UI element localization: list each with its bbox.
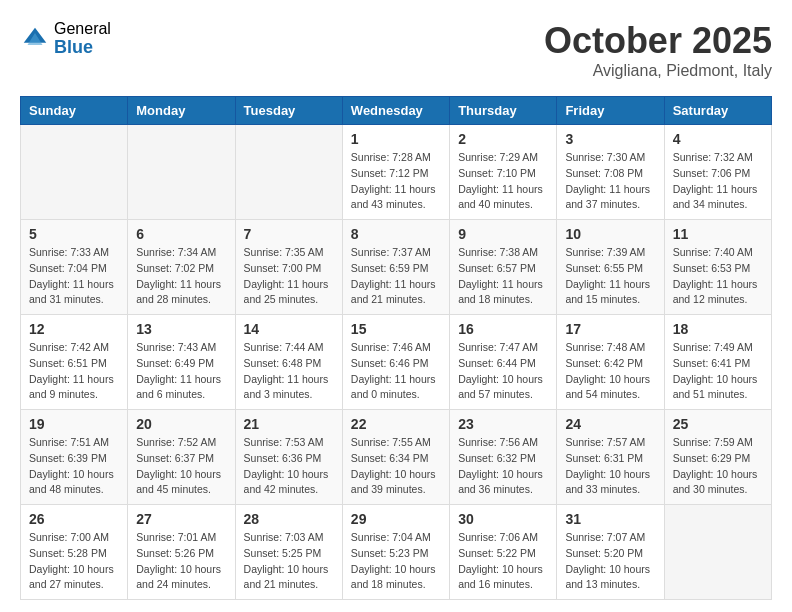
day-info: Sunrise: 7:42 AM Sunset: 6:51 PM Dayligh… xyxy=(29,340,119,403)
calendar-cell: 18Sunrise: 7:49 AM Sunset: 6:41 PM Dayli… xyxy=(664,315,771,410)
day-info: Sunrise: 7:03 AM Sunset: 5:25 PM Dayligh… xyxy=(244,530,334,593)
calendar-week-row: 12Sunrise: 7:42 AM Sunset: 6:51 PM Dayli… xyxy=(21,315,772,410)
weekday-header-thursday: Thursday xyxy=(450,97,557,125)
calendar-cell: 21Sunrise: 7:53 AM Sunset: 6:36 PM Dayli… xyxy=(235,410,342,505)
day-info: Sunrise: 7:52 AM Sunset: 6:37 PM Dayligh… xyxy=(136,435,226,498)
calendar-cell xyxy=(21,125,128,220)
calendar-cell: 23Sunrise: 7:56 AM Sunset: 6:32 PM Dayli… xyxy=(450,410,557,505)
calendar-cell: 19Sunrise: 7:51 AM Sunset: 6:39 PM Dayli… xyxy=(21,410,128,505)
day-number: 23 xyxy=(458,416,548,432)
day-number: 30 xyxy=(458,511,548,527)
day-number: 17 xyxy=(565,321,655,337)
day-info: Sunrise: 7:43 AM Sunset: 6:49 PM Dayligh… xyxy=(136,340,226,403)
day-number: 25 xyxy=(673,416,763,432)
day-info: Sunrise: 7:06 AM Sunset: 5:22 PM Dayligh… xyxy=(458,530,548,593)
calendar-cell: 6Sunrise: 7:34 AM Sunset: 7:02 PM Daylig… xyxy=(128,220,235,315)
title-section: October 2025 Avigliana, Piedmont, Italy xyxy=(544,20,772,80)
day-info: Sunrise: 7:40 AM Sunset: 6:53 PM Dayligh… xyxy=(673,245,763,308)
calendar-cell: 15Sunrise: 7:46 AM Sunset: 6:46 PM Dayli… xyxy=(342,315,449,410)
day-number: 19 xyxy=(29,416,119,432)
weekday-header-monday: Monday xyxy=(128,97,235,125)
day-number: 31 xyxy=(565,511,655,527)
day-number: 6 xyxy=(136,226,226,242)
calendar-cell: 31Sunrise: 7:07 AM Sunset: 5:20 PM Dayli… xyxy=(557,505,664,600)
calendar-cell: 8Sunrise: 7:37 AM Sunset: 6:59 PM Daylig… xyxy=(342,220,449,315)
day-info: Sunrise: 7:07 AM Sunset: 5:20 PM Dayligh… xyxy=(565,530,655,593)
weekday-header-saturday: Saturday xyxy=(664,97,771,125)
day-number: 7 xyxy=(244,226,334,242)
calendar-cell: 4Sunrise: 7:32 AM Sunset: 7:06 PM Daylig… xyxy=(664,125,771,220)
weekday-header-row: SundayMondayTuesdayWednesdayThursdayFrid… xyxy=(21,97,772,125)
day-info: Sunrise: 7:28 AM Sunset: 7:12 PM Dayligh… xyxy=(351,150,441,213)
logo-icon xyxy=(20,24,50,54)
day-number: 26 xyxy=(29,511,119,527)
page-header: General Blue October 2025 Avigliana, Pie… xyxy=(20,20,772,80)
day-number: 14 xyxy=(244,321,334,337)
day-info: Sunrise: 7:29 AM Sunset: 7:10 PM Dayligh… xyxy=(458,150,548,213)
calendar-cell: 30Sunrise: 7:06 AM Sunset: 5:22 PM Dayli… xyxy=(450,505,557,600)
calendar-cell xyxy=(235,125,342,220)
day-info: Sunrise: 7:35 AM Sunset: 7:00 PM Dayligh… xyxy=(244,245,334,308)
day-info: Sunrise: 7:59 AM Sunset: 6:29 PM Dayligh… xyxy=(673,435,763,498)
day-info: Sunrise: 7:44 AM Sunset: 6:48 PM Dayligh… xyxy=(244,340,334,403)
day-info: Sunrise: 7:46 AM Sunset: 6:46 PM Dayligh… xyxy=(351,340,441,403)
calendar-cell: 13Sunrise: 7:43 AM Sunset: 6:49 PM Dayli… xyxy=(128,315,235,410)
day-info: Sunrise: 7:32 AM Sunset: 7:06 PM Dayligh… xyxy=(673,150,763,213)
calendar-cell: 29Sunrise: 7:04 AM Sunset: 5:23 PM Dayli… xyxy=(342,505,449,600)
calendar-cell: 7Sunrise: 7:35 AM Sunset: 7:00 PM Daylig… xyxy=(235,220,342,315)
day-number: 24 xyxy=(565,416,655,432)
day-number: 18 xyxy=(673,321,763,337)
day-info: Sunrise: 7:34 AM Sunset: 7:02 PM Dayligh… xyxy=(136,245,226,308)
logo-text: General Blue xyxy=(54,20,111,57)
calendar-week-row: 26Sunrise: 7:00 AM Sunset: 5:28 PM Dayli… xyxy=(21,505,772,600)
day-info: Sunrise: 7:49 AM Sunset: 6:41 PM Dayligh… xyxy=(673,340,763,403)
calendar-table: SundayMondayTuesdayWednesdayThursdayFrid… xyxy=(20,96,772,600)
day-info: Sunrise: 7:38 AM Sunset: 6:57 PM Dayligh… xyxy=(458,245,548,308)
day-number: 1 xyxy=(351,131,441,147)
calendar-cell: 26Sunrise: 7:00 AM Sunset: 5:28 PM Dayli… xyxy=(21,505,128,600)
calendar-cell: 1Sunrise: 7:28 AM Sunset: 7:12 PM Daylig… xyxy=(342,125,449,220)
day-number: 29 xyxy=(351,511,441,527)
day-info: Sunrise: 7:47 AM Sunset: 6:44 PM Dayligh… xyxy=(458,340,548,403)
day-number: 20 xyxy=(136,416,226,432)
calendar-cell xyxy=(128,125,235,220)
calendar-week-row: 19Sunrise: 7:51 AM Sunset: 6:39 PM Dayli… xyxy=(21,410,772,505)
calendar-cell: 5Sunrise: 7:33 AM Sunset: 7:04 PM Daylig… xyxy=(21,220,128,315)
weekday-header-tuesday: Tuesday xyxy=(235,97,342,125)
day-number: 4 xyxy=(673,131,763,147)
day-info: Sunrise: 7:01 AM Sunset: 5:26 PM Dayligh… xyxy=(136,530,226,593)
calendar-cell: 12Sunrise: 7:42 AM Sunset: 6:51 PM Dayli… xyxy=(21,315,128,410)
location: Avigliana, Piedmont, Italy xyxy=(544,62,772,80)
day-info: Sunrise: 7:51 AM Sunset: 6:39 PM Dayligh… xyxy=(29,435,119,498)
weekday-header-friday: Friday xyxy=(557,97,664,125)
logo: General Blue xyxy=(20,20,111,57)
month-title: October 2025 xyxy=(544,20,772,62)
day-number: 13 xyxy=(136,321,226,337)
logo-general: General xyxy=(54,20,111,38)
calendar-week-row: 5Sunrise: 7:33 AM Sunset: 7:04 PM Daylig… xyxy=(21,220,772,315)
day-number: 28 xyxy=(244,511,334,527)
day-number: 9 xyxy=(458,226,548,242)
calendar-cell: 28Sunrise: 7:03 AM Sunset: 5:25 PM Dayli… xyxy=(235,505,342,600)
day-info: Sunrise: 7:33 AM Sunset: 7:04 PM Dayligh… xyxy=(29,245,119,308)
day-number: 15 xyxy=(351,321,441,337)
day-info: Sunrise: 7:56 AM Sunset: 6:32 PM Dayligh… xyxy=(458,435,548,498)
day-number: 2 xyxy=(458,131,548,147)
calendar-cell: 24Sunrise: 7:57 AM Sunset: 6:31 PM Dayli… xyxy=(557,410,664,505)
logo-blue: Blue xyxy=(54,38,111,58)
day-info: Sunrise: 7:30 AM Sunset: 7:08 PM Dayligh… xyxy=(565,150,655,213)
day-info: Sunrise: 7:57 AM Sunset: 6:31 PM Dayligh… xyxy=(565,435,655,498)
day-number: 10 xyxy=(565,226,655,242)
day-number: 5 xyxy=(29,226,119,242)
day-info: Sunrise: 7:00 AM Sunset: 5:28 PM Dayligh… xyxy=(29,530,119,593)
day-number: 27 xyxy=(136,511,226,527)
day-number: 12 xyxy=(29,321,119,337)
calendar-cell: 14Sunrise: 7:44 AM Sunset: 6:48 PM Dayli… xyxy=(235,315,342,410)
calendar-week-row: 1Sunrise: 7:28 AM Sunset: 7:12 PM Daylig… xyxy=(21,125,772,220)
calendar-cell: 22Sunrise: 7:55 AM Sunset: 6:34 PM Dayli… xyxy=(342,410,449,505)
weekday-header-sunday: Sunday xyxy=(21,97,128,125)
day-info: Sunrise: 7:39 AM Sunset: 6:55 PM Dayligh… xyxy=(565,245,655,308)
day-number: 16 xyxy=(458,321,548,337)
day-number: 21 xyxy=(244,416,334,432)
calendar-cell xyxy=(664,505,771,600)
